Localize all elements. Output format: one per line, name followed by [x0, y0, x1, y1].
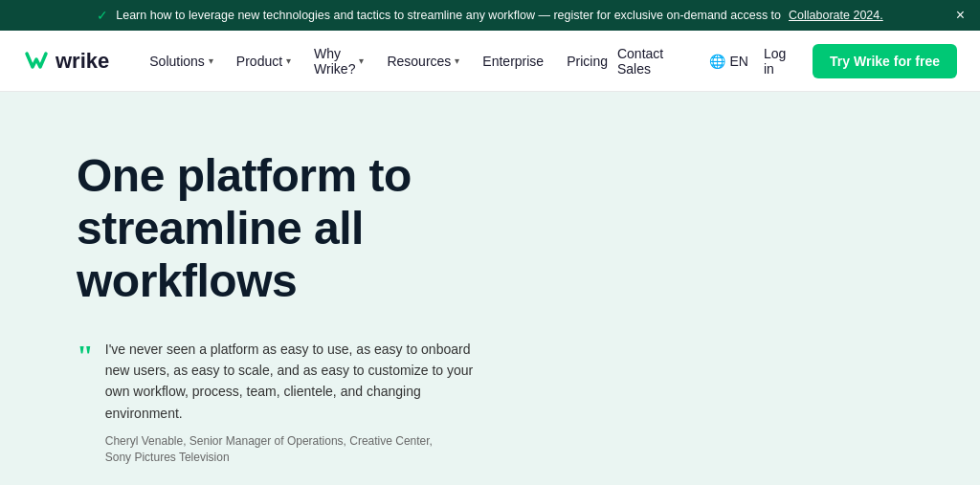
nav-item-why-wrike[interactable]: Why Wrike? ▾: [304, 38, 373, 84]
announcement-link[interactable]: Collaborate 2024.: [789, 9, 883, 22]
wrike-logo-icon: [23, 48, 50, 75]
language-selector[interactable]: 🌐 EN: [709, 54, 747, 69]
hero-title: One platform to streamline all workflows: [77, 149, 498, 308]
nav-product-label: Product: [236, 54, 282, 69]
announcement-close-button[interactable]: ×: [956, 8, 965, 23]
nav-why-wrike-label: Why Wrike?: [314, 46, 355, 77]
nav-solutions-label: Solutions: [149, 54, 205, 69]
chevron-down-icon: ▾: [209, 55, 213, 66]
nav-try-free-button[interactable]: Try Wrike for free: [813, 44, 957, 78]
nav-item-product[interactable]: Product ▾: [227, 46, 301, 77]
testimonial-content: I've never seen a platform as easy to us…: [105, 339, 498, 466]
nav-item-solutions[interactable]: Solutions ▾: [140, 46, 223, 77]
nav-item-resources[interactable]: Resources ▾: [377, 46, 469, 77]
logo[interactable]: wrike: [23, 48, 109, 75]
logo-text: wrike: [56, 49, 109, 74]
nav-item-enterprise[interactable]: Enterprise: [473, 46, 553, 77]
nav-item-pricing[interactable]: Pricing: [557, 46, 617, 77]
testimonial-author: Cheryl Venable, Senior Manager of Operat…: [105, 433, 498, 466]
testimonial-text: I've never seen a platform as easy to us…: [105, 339, 498, 425]
nav-enterprise-label: Enterprise: [482, 54, 544, 69]
hero-section: One platform to streamline all workflows…: [0, 92, 574, 485]
testimonial-author-line2: Sony Pictures Television: [105, 450, 498, 466]
chevron-down-icon: ▾: [286, 55, 291, 66]
quote-marks-icon: ": [77, 341, 94, 466]
lang-label: EN: [729, 54, 747, 69]
nav-left: Solutions ▾ Product ▾ Why Wrike? ▾ Resou…: [140, 38, 617, 84]
chevron-down-icon: ▾: [359, 55, 364, 66]
nav-pricing-label: Pricing: [567, 54, 608, 69]
nav-resources-label: Resources: [387, 54, 451, 69]
announcement-text: Learn how to leverage new technologies a…: [116, 9, 781, 22]
testimonial: " I've never seen a platform as easy to …: [77, 339, 498, 466]
navbar: wrike Solutions ▾ Product ▾ Why Wrike? ▾…: [0, 31, 980, 92]
chevron-down-icon: ▾: [455, 55, 459, 66]
announcement-banner: ✓ Learn how to leverage new technologies…: [0, 0, 980, 31]
check-icon: ✓: [97, 8, 108, 23]
nav-right: Contact Sales 🌐 EN Log in Try Wrike for …: [617, 44, 957, 78]
globe-icon: 🌐: [709, 54, 725, 69]
testimonial-author-line1: Cheryl Venable, Senior Manager of Operat…: [105, 433, 498, 450]
contact-sales-link[interactable]: Contact Sales: [617, 46, 694, 77]
login-button[interactable]: Log in: [764, 46, 797, 77]
